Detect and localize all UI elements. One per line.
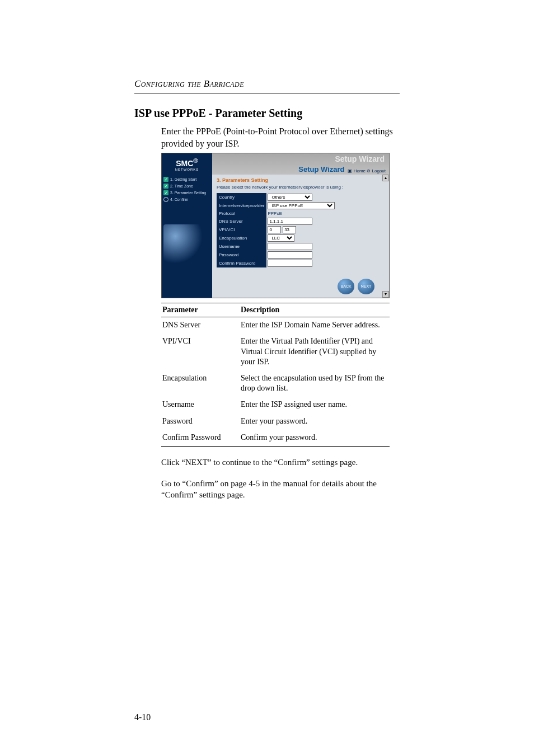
sidebar-item-1[interactable]: ✓1. Getting Start xyxy=(163,177,210,182)
sidebar: ✓1. Getting Start ✓2. Time Zone ✓3. Para… xyxy=(162,175,212,298)
check-icon: ✓ xyxy=(163,177,168,182)
check-icon: ✓ xyxy=(163,190,168,195)
confirm-password-label: Confirm Password xyxy=(217,259,266,267)
logo-subtext: NETWORKS xyxy=(175,168,199,171)
isp-select[interactable]: ISP use PPPoE xyxy=(268,202,335,209)
country-select[interactable]: Others xyxy=(268,194,312,201)
country-label: Country xyxy=(217,193,266,201)
sidebar-item-2[interactable]: ✓2. Time Zone xyxy=(163,184,210,189)
body-paragraph-2: Go to “Confirm” on page 4-5 in the manua… xyxy=(161,478,390,501)
home-link[interactable]: Home xyxy=(354,168,366,173)
panel-title: 3. Parameters Setting xyxy=(217,177,385,183)
scroll-up[interactable]: ▴ xyxy=(382,175,389,181)
page-number: 4-10 xyxy=(134,712,151,722)
screenshot-body: ✓1. Getting Start ✓2. Time Zone ✓3. Para… xyxy=(162,175,389,298)
table-row: VPI/VCIEnter the Virtual Path Identifier… xyxy=(161,334,390,370)
top-links: ▣ Home ⊘ Logout xyxy=(348,168,386,173)
encap-label: Encapsulation xyxy=(217,234,266,242)
confirm-password-input[interactable] xyxy=(268,260,312,267)
nav-buttons: BACK NEXT xyxy=(217,279,385,294)
vpivci-label: VPI/VCI xyxy=(217,226,266,234)
panel-subtitle: Please select the network your Internets… xyxy=(217,185,385,190)
th-parameter: Parameter xyxy=(161,303,240,317)
check-icon: ✓ xyxy=(163,184,168,189)
radio-icon xyxy=(163,197,168,202)
dns-input[interactable] xyxy=(268,218,312,225)
sidebar-item-4[interactable]: 4. Confirm xyxy=(163,197,210,202)
protocol-value: PPPoE xyxy=(266,210,335,217)
table-row: DNS ServerEnter the ISP Domain Name Serv… xyxy=(161,317,390,334)
back-button[interactable]: BACK xyxy=(338,279,354,294)
smc-logo: SMC® NETWORKS xyxy=(162,153,212,175)
header-rule xyxy=(134,93,400,93)
vpi-input[interactable] xyxy=(268,226,281,233)
main-panel: ▴ 3. Parameters Setting Please select th… xyxy=(212,175,389,298)
dns-label: DNS Server xyxy=(217,217,266,226)
parameter-table: Parameter Description DNS ServerEnter th… xyxy=(161,303,390,447)
logout-link[interactable]: Logout xyxy=(372,168,386,173)
th-description: Description xyxy=(240,303,390,317)
sidebar-item-3[interactable]: ✓3. Parameter Setting xyxy=(163,190,210,195)
home-icon[interactable]: ▣ xyxy=(348,168,353,173)
setup-wizard-screenshot: SMC® NETWORKS Setup Wizard Setup Wizard … xyxy=(161,153,390,298)
table-row: EncapsulationSelect the encapsulation us… xyxy=(161,370,390,397)
screenshot-top-bar: SMC® NETWORKS Setup Wizard Setup Wizard … xyxy=(162,153,389,175)
password-label: Password xyxy=(217,251,266,259)
username-label: Username xyxy=(217,242,266,251)
sub-title: Setup Wizard xyxy=(298,165,344,173)
logo-text: SMC® xyxy=(176,157,198,168)
logout-icon[interactable]: ⊘ xyxy=(367,168,372,173)
password-input[interactable] xyxy=(268,251,312,259)
encap-select[interactable]: LLC xyxy=(268,234,294,242)
body-paragraph-1: Click “NEXT” to continue to the “Confirm… xyxy=(161,457,390,468)
section-title: ISP use PPPoE - Parameter Setting xyxy=(134,107,400,120)
settings-form: CountryOthers InternetserviceproviderISP… xyxy=(217,193,335,267)
next-button[interactable]: NEXT xyxy=(358,279,374,294)
isp-label: Internetserviceprovider xyxy=(217,201,266,210)
table-row: Confirm PasswordConfirm your password. xyxy=(161,430,390,447)
sidebar-art xyxy=(163,224,203,264)
main-title: Setup Wizard xyxy=(335,154,385,163)
scroll-down[interactable]: ▾ xyxy=(382,291,389,298)
table-row: UsernameEnter the ISP assigned user name… xyxy=(161,397,390,413)
username-input[interactable] xyxy=(268,243,312,250)
intro-text: Enter the PPPoE (Point-to-Point Protocol… xyxy=(161,125,400,149)
vci-input[interactable] xyxy=(283,226,296,233)
protocol-label: Protocol xyxy=(217,210,266,217)
table-row: PasswordEnter your password. xyxy=(161,414,390,430)
title-area: Setup Wizard Setup Wizard ▣ Home ⊘ Logou… xyxy=(212,153,389,175)
running-header: Configuring the Barricade xyxy=(134,78,400,90)
